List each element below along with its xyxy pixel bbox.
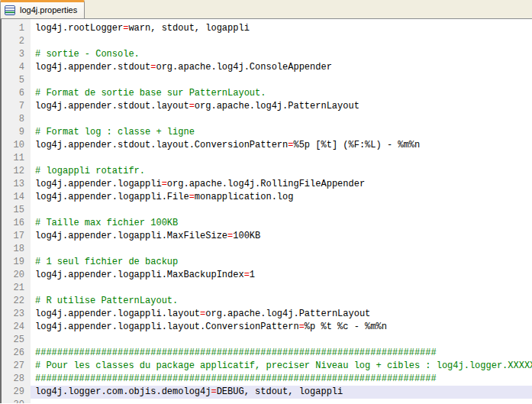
code-line[interactable]: 18 <box>2 243 532 256</box>
line-number: 10 <box>2 139 31 152</box>
code-line[interactable]: 30 <box>2 399 532 403</box>
code-line[interactable]: 2 <box>2 35 532 48</box>
code-text[interactable] <box>31 74 532 87</box>
code-text[interactable]: log4j.appender.stdout.layout=org.apache.… <box>31 100 532 113</box>
line-number: 29 <box>2 386 31 399</box>
code-line[interactable]: 8 <box>2 113 532 126</box>
code-text[interactable] <box>31 152 532 165</box>
code-line[interactable]: 13log4j.appender.logappli=org.apache.log… <box>2 178 532 191</box>
code-text[interactable] <box>31 334 532 347</box>
code-line[interactable]: 22# R utilise PatternLayout. <box>2 295 532 308</box>
line-number: 28 <box>2 373 31 386</box>
code-text[interactable]: log4j.appender.logappli.MaxBackupIndex=1 <box>31 269 532 282</box>
line-number: 6 <box>2 87 31 100</box>
line-number: 20 <box>2 269 31 282</box>
line-number: 7 <box>2 100 31 113</box>
code-line[interactable]: 23log4j.appender.logappli.layout=org.apa… <box>2 308 532 321</box>
code-text[interactable]: # logappli rotatifr. <box>31 165 532 178</box>
tab-bar: log4j.properties <box>0 0 532 19</box>
code-text[interactable]: log4j.appender.logappli.MaxFileSize=100K… <box>31 230 532 243</box>
code-text[interactable]: log4j.appender.logappli.File=monapplicat… <box>31 191 532 204</box>
code-line[interactable]: 21 <box>2 282 532 295</box>
code-text[interactable] <box>31 243 532 256</box>
code-line[interactable]: 19# 1 seul fichier de backup <box>2 256 532 269</box>
code-line[interactable]: 16# Taille max fichier 100KB <box>2 217 532 230</box>
properties-file-icon <box>5 5 15 15</box>
code-line[interactable]: 6# Format de sortie base sur PatternLayo… <box>2 87 532 100</box>
line-number: 15 <box>2 204 31 217</box>
code-text[interactable]: ########################################… <box>31 347 532 360</box>
line-number: 9 <box>2 126 31 139</box>
code-text[interactable] <box>31 35 532 48</box>
line-number: 26 <box>2 347 31 360</box>
code-line[interactable]: 17log4j.appender.logappli.MaxFileSize=10… <box>2 230 532 243</box>
code-text[interactable]: ########################################… <box>31 373 532 386</box>
line-number: 25 <box>2 334 31 347</box>
code-text[interactable] <box>31 204 532 217</box>
line-number: 18 <box>2 243 31 256</box>
line-number: 23 <box>2 308 31 321</box>
line-number: 3 <box>2 48 31 61</box>
code-line[interactable]: 11 <box>2 152 532 165</box>
line-number: 8 <box>2 113 31 126</box>
code-line[interactable]: 4log4j.appender.stdout=org.apache.log4j.… <box>2 61 532 74</box>
code-text[interactable]: # Taille max fichier 100KB <box>31 217 532 230</box>
code-line[interactable]: 28######################################… <box>2 373 532 386</box>
code-line[interactable]: 25 <box>2 334 532 347</box>
code-line[interactable]: 20log4j.appender.logappli.MaxBackupIndex… <box>2 269 532 282</box>
code-text[interactable]: # Pour les classes du package applicatif… <box>31 360 532 373</box>
line-number: 27 <box>2 360 31 373</box>
code-text[interactable] <box>31 113 532 126</box>
line-number: 21 <box>2 282 31 295</box>
code-text[interactable] <box>31 399 532 403</box>
code-text[interactable]: log4j.logger.com.objis.demolog4j=DEBUG, … <box>31 386 532 399</box>
line-number: 17 <box>2 230 31 243</box>
code-line[interactable]: 9# Format log : classe + ligne <box>2 126 532 139</box>
line-number: 2 <box>2 35 31 48</box>
line-number: 11 <box>2 152 31 165</box>
line-number: 12 <box>2 165 31 178</box>
line-number: 30 <box>2 399 31 403</box>
editor-lines: 1log4j.rootLogger=warn, stdout, logappli… <box>2 19 532 403</box>
code-text[interactable]: log4j.appender.logappli.layout.Conversio… <box>31 321 532 334</box>
code-text[interactable]: # Format de sortie base sur PatternLayou… <box>31 87 532 100</box>
code-line[interactable]: 14log4j.appender.logappli.File=monapplic… <box>2 191 532 204</box>
code-line[interactable]: 27# Pour les classes du package applicat… <box>2 360 532 373</box>
tab-log4j-properties[interactable]: log4j.properties <box>0 0 85 18</box>
code-text[interactable] <box>31 282 532 295</box>
line-number: 4 <box>2 61 31 74</box>
line-number: 24 <box>2 321 31 334</box>
code-editor[interactable]: 1log4j.rootLogger=warn, stdout, logappli… <box>0 19 532 403</box>
code-text[interactable]: # sortie - Console. <box>31 48 532 61</box>
code-line-current[interactable]: 29log4j.logger.com.objis.demolog4j=DEBUG… <box>2 386 532 399</box>
code-line[interactable]: 12# logappli rotatifr. <box>2 165 532 178</box>
code-text[interactable]: log4j.appender.logappli.layout=org.apach… <box>31 308 532 321</box>
code-text[interactable]: # Format log : classe + ligne <box>31 126 532 139</box>
code-text[interactable]: # R utilise PatternLayout. <box>31 295 532 308</box>
code-line[interactable]: 10log4j.appender.stdout.layout.Conversio… <box>2 139 532 152</box>
code-line[interactable]: 5 <box>2 74 532 87</box>
line-number: 13 <box>2 178 31 191</box>
line-number: 22 <box>2 295 31 308</box>
code-text[interactable]: log4j.appender.stdout.layout.ConversionP… <box>31 139 532 152</box>
line-number: 5 <box>2 74 31 87</box>
tab-title: log4j.properties <box>20 5 77 15</box>
line-number: 14 <box>2 191 31 204</box>
code-line[interactable]: 26######################################… <box>2 347 532 360</box>
code-line[interactable]: 3# sortie - Console. <box>2 48 532 61</box>
code-text[interactable]: log4j.rootLogger=warn, stdout, logappli <box>31 22 532 35</box>
code-text[interactable]: log4j.appender.stdout=org.apache.log4j.C… <box>31 61 532 74</box>
line-number: 1 <box>2 22 31 35</box>
code-line[interactable]: 24log4j.appender.logappli.layout.Convers… <box>2 321 532 334</box>
code-line[interactable]: 15 <box>2 204 532 217</box>
code-text[interactable]: log4j.appender.logappli=org.apache.log4j… <box>31 178 532 191</box>
code-line[interactable]: 7log4j.appender.stdout.layout=org.apache… <box>2 100 532 113</box>
line-number: 19 <box>2 256 31 269</box>
code-line[interactable]: 1log4j.rootLogger=warn, stdout, logappli <box>2 22 532 35</box>
line-number: 16 <box>2 217 31 230</box>
code-text[interactable]: # 1 seul fichier de backup <box>31 256 532 269</box>
